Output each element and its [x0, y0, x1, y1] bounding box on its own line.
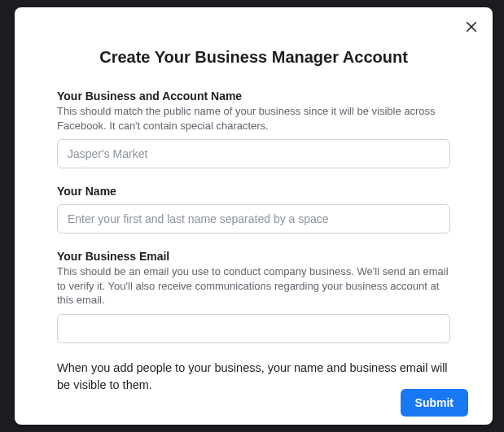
field-business-name: Your Business and Account Name This shou…	[57, 89, 450, 168]
close-icon	[464, 20, 479, 37]
field-help-business-name: This should match the public name of you…	[57, 104, 450, 133]
field-label-business-email: Your Business Email	[57, 250, 450, 263]
field-your-name: Your Name	[57, 185, 450, 233]
field-label-your-name: Your Name	[57, 185, 450, 198]
field-help-business-email: This should be an email you use to condu…	[57, 264, 450, 308]
visibility-notice: When you add people to your business, yo…	[57, 360, 450, 394]
field-business-email: Your Business Email This should be an em…	[57, 250, 450, 343]
dialog-content: Create Your Business Manager Account You…	[15, 7, 493, 410]
business-email-input[interactable]	[57, 314, 450, 343]
dialog-title: Create Your Business Manager Account	[57, 48, 450, 67]
close-button[interactable]	[463, 20, 480, 37]
dialog-footer: Submit	[401, 389, 468, 417]
your-name-input[interactable]	[57, 204, 450, 233]
business-name-input[interactable]	[57, 139, 450, 168]
submit-button[interactable]: Submit	[401, 389, 468, 417]
create-business-manager-dialog: Create Your Business Manager Account You…	[15, 7, 493, 425]
field-label-business-name: Your Business and Account Name	[57, 89, 450, 103]
